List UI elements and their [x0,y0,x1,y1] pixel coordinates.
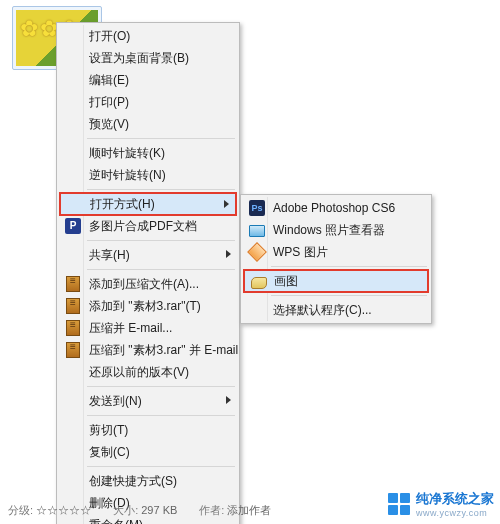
menu-copy[interactable]: 复制(C) [59,441,237,463]
menu-label: 设置为桌面背景(B) [89,50,189,67]
menu-separator [87,386,235,387]
menu-separator [87,240,235,241]
menu-label: 打开方式(H) [90,196,155,213]
menu-label: 添加到压缩文件(A)... [89,276,199,293]
watermark: 纯净系统之家 www.ycwzy.com [388,490,494,518]
watermark-logo-icon [388,493,410,515]
submenu-paint[interactable]: 画图 [244,270,428,292]
status-author: 作者: 添加作者 [199,503,271,518]
status-size: 大小: 297 KB [113,503,177,518]
menu-label: 预览(V) [89,116,129,133]
submenu-arrow-icon [226,396,231,404]
menu-label: 发送到(N) [89,393,142,410]
pdf-icon: P [64,217,82,235]
rar-icon [64,341,82,359]
status-author-label: 作者: [199,504,224,516]
menu-separator [87,269,235,270]
menu-label: Adobe Photoshop CS6 [273,201,395,215]
context-menu: 打开(O) 设置为桌面背景(B) 编辑(E) 打印(P) 预览(V) 顺时针旋转… [56,22,240,524]
menu-label: 复制(C) [89,444,130,461]
watermark-brand: 纯净系统之家 [416,491,494,506]
status-size-label: 大小: [113,504,138,516]
menu-compress-to-email[interactable]: 压缩到 "素材3.rar" 并 E-mail [59,339,237,361]
menu-separator [87,138,235,139]
menu-label: 剪切(T) [89,422,128,439]
open-with-submenu: Ps Adobe Photoshop CS6 Windows 照片查看器 WPS… [240,194,432,324]
rar-icon [64,319,82,337]
menu-label: 编辑(E) [89,72,129,89]
status-bar: 分级: ☆☆☆☆☆ 大小: 297 KB 作者: 添加作者 [0,503,271,518]
submenu-wps-picture[interactable]: WPS 图片 [243,241,429,263]
submenu-choose-default[interactable]: 选择默认程序(C)... [243,299,429,321]
photo-viewer-icon [248,221,266,239]
menu-print[interactable]: 打印(P) [59,91,237,113]
menu-label: 压缩到 "素材3.rar" 并 E-mail [89,342,238,359]
menu-label: 打开(O) [89,28,130,45]
menu-label: Windows 照片查看器 [273,222,385,239]
menu-restore-version[interactable]: 还原以前的版本(V) [59,361,237,383]
submenu-photoshop[interactable]: Ps Adobe Photoshop CS6 [243,197,429,219]
menu-share[interactable]: 共享(H) [59,244,237,266]
menu-label: 压缩并 E-mail... [89,320,172,337]
submenu-arrow-icon [226,250,231,258]
rar-icon [64,297,82,315]
photoshop-icon: Ps [248,199,266,217]
paint-icon [250,273,268,291]
menu-label: 共享(H) [89,247,130,264]
menu-separator [87,189,235,190]
menu-separator [271,295,427,296]
menu-send-to[interactable]: 发送到(N) [59,390,237,412]
menu-rotate-cw[interactable]: 顺时针旋转(K) [59,142,237,164]
menu-label: 选择默认程序(C)... [273,302,372,319]
menu-open-with[interactable]: 打开方式(H) [60,193,236,215]
menu-label: 多图片合成PDF文档 [89,218,197,235]
menu-label: 创建快捷方式(S) [89,473,177,490]
menu-rotate-ccw[interactable]: 逆时针旋转(N) [59,164,237,186]
submenu-arrow-icon [224,200,229,208]
menu-label: 还原以前的版本(V) [89,364,189,381]
submenu-photo-viewer[interactable]: Windows 照片查看器 [243,219,429,241]
menu-set-background[interactable]: 设置为桌面背景(B) [59,47,237,69]
status-rating-label: 分级: [8,504,33,516]
menu-label: 顺时针旋转(K) [89,145,165,162]
menu-shortcut[interactable]: 创建快捷方式(S) [59,470,237,492]
menu-label: 画图 [274,273,298,290]
menu-add-to-rar[interactable]: 添加到 "素材3.rar"(T) [59,295,237,317]
menu-edit[interactable]: 编辑(E) [59,69,237,91]
wps-icon [248,243,266,261]
menu-add-archive[interactable]: 添加到压缩文件(A)... [59,273,237,295]
menu-separator [87,466,235,467]
menu-compress-email[interactable]: 压缩并 E-mail... [59,317,237,339]
menu-preview[interactable]: 预览(V) [59,113,237,135]
menu-label: WPS 图片 [273,244,328,261]
status-author-value: 添加作者 [227,504,271,516]
menu-merge-pdf[interactable]: P 多图片合成PDF文档 [59,215,237,237]
menu-separator [87,415,235,416]
status-rating: 分级: ☆☆☆☆☆ [8,503,91,518]
watermark-url: www.ycwzy.com [416,508,494,518]
menu-label: 添加到 "素材3.rar"(T) [89,298,201,315]
status-size-value: 297 KB [141,504,177,516]
menu-open[interactable]: 打开(O) [59,25,237,47]
menu-separator [271,266,427,267]
menu-label: 打印(P) [89,94,129,111]
menu-label: 逆时针旋转(N) [89,167,166,184]
rar-icon [64,275,82,293]
watermark-text: 纯净系统之家 www.ycwzy.com [416,490,494,518]
menu-cut[interactable]: 剪切(T) [59,419,237,441]
